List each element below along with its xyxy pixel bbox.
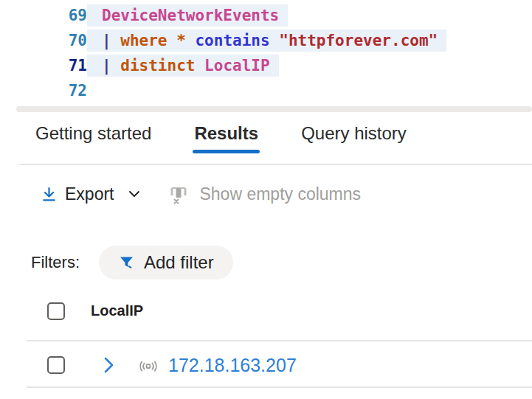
filters-row: Filters: Add filter	[31, 246, 233, 280]
code-line-70[interactable]: 70 | where * contains "httpforever.com"	[0, 28, 532, 53]
code-line-72[interactable]: 72	[0, 78, 532, 103]
add-filter-label: Add filter	[144, 252, 214, 273]
line-number: 72	[0, 82, 87, 100]
tab-results[interactable]: Results	[194, 123, 258, 153]
export-label: Export	[65, 184, 114, 204]
code-token: LocalIP	[204, 57, 270, 74]
code-text	[87, 89, 111, 93]
editor-horizontal-scrollbar[interactable]	[16, 106, 532, 112]
tab-getting-started[interactable]: Getting started	[35, 123, 151, 153]
tabs-divider	[19, 164, 532, 165]
code-line-71[interactable]: 71 | distinct LocalIP	[0, 53, 532, 78]
expand-row-button[interactable]	[100, 355, 117, 375]
code-token: DeviceNetworkEvents	[102, 7, 279, 24]
download-icon	[41, 186, 58, 203]
ip-address-signal-icon	[135, 358, 162, 375]
code-token: where	[120, 32, 167, 49]
column-header-localip: LocalIP	[91, 302, 143, 319]
header-divider	[27, 340, 532, 341]
code-token: contains	[195, 32, 269, 49]
show-empty-columns-toggle[interactable]: Show empty columns	[167, 182, 361, 206]
row-checkbox[interactable]	[47, 356, 65, 374]
row-divider	[27, 386, 532, 388]
localip-value-link[interactable]: 172.18.163.207	[168, 355, 297, 376]
line-number: 69	[0, 7, 87, 24]
code-text: | where * contains "httpforever.com"	[87, 30, 446, 52]
code-text: | distinct LocalIP	[87, 55, 279, 77]
code-token: |	[102, 57, 120, 74]
advanced-hunting-results-panel: 69 DeviceNetworkEvents 70 | where * cont…	[0, 0, 532, 399]
results-table-header: LocalIP	[0, 300, 532, 324]
line-number-current: 71	[0, 57, 87, 74]
filters-label: Filters:	[31, 253, 80, 272]
select-all-checkbox[interactable]	[47, 302, 65, 320]
code-token: |	[102, 32, 120, 49]
code-token: distinct	[120, 57, 204, 74]
code-token: *	[167, 32, 196, 49]
tab-query-history[interactable]: Query history	[301, 123, 407, 153]
export-button[interactable]: Export	[41, 184, 142, 204]
add-filter-button[interactable]: Add filter	[99, 246, 233, 280]
hide-column-icon	[167, 182, 190, 206]
line-number: 70	[0, 32, 87, 49]
code-token: "httpforever.com"	[279, 32, 438, 49]
code-line-69[interactable]: 69 DeviceNetworkEvents	[0, 3, 532, 28]
chevron-down-icon	[127, 187, 142, 201]
show-empty-columns-label: Show empty columns	[199, 184, 361, 204]
code-text: DeviceNetworkEvents	[87, 4, 288, 27]
results-toolbar: Export Show empty columns	[41, 181, 361, 207]
chevron-right-icon	[100, 355, 117, 375]
code-token	[270, 32, 280, 49]
table-row[interactable]: 172.18.163.207	[0, 345, 532, 386]
results-tab-bar: Getting started Results Query history	[35, 123, 407, 153]
query-editor[interactable]: 69 DeviceNetworkEvents 70 | where * cont…	[0, 3, 532, 103]
filter-funnel-icon	[118, 254, 136, 271]
